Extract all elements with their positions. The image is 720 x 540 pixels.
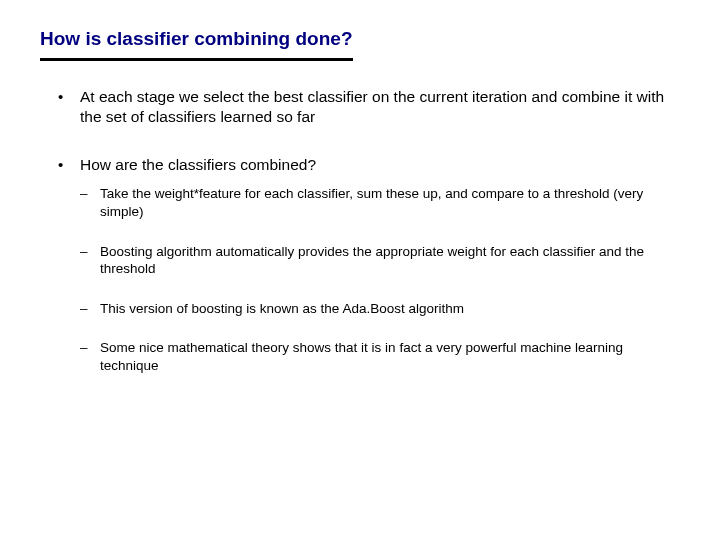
title-underline <box>40 58 353 61</box>
sub-bullet-text: Take the weight*feature for each classif… <box>100 186 643 219</box>
sub-bullet-item: Boosting algorithm automatically provide… <box>80 243 680 278</box>
sub-bullet-text: Some nice mathematical theory shows that… <box>100 340 623 373</box>
bullet-text: At each stage we select the best classif… <box>80 88 664 125</box>
sub-bullet-text: Boosting algorithm automatically provide… <box>100 244 644 277</box>
sub-bullet-text: This version of boosting is known as the… <box>100 301 464 316</box>
sub-bullet-item: Take the weight*feature for each classif… <box>80 185 680 220</box>
bullet-item: At each stage we select the best classif… <box>58 87 680 127</box>
bullet-text: How are the classifiers combined? <box>80 156 316 173</box>
slide: How is classifier combining done? At eac… <box>0 0 720 540</box>
sub-bullet-item: This version of boosting is known as the… <box>80 300 680 318</box>
title-block: How is classifier combining done? <box>40 28 353 61</box>
bullet-item: How are the classifiers combined? Take t… <box>58 155 680 374</box>
slide-title: How is classifier combining done? <box>40 28 353 56</box>
sub-bullet-item: Some nice mathematical theory shows that… <box>80 339 680 374</box>
slide-content: At each stage we select the best classif… <box>40 87 680 374</box>
